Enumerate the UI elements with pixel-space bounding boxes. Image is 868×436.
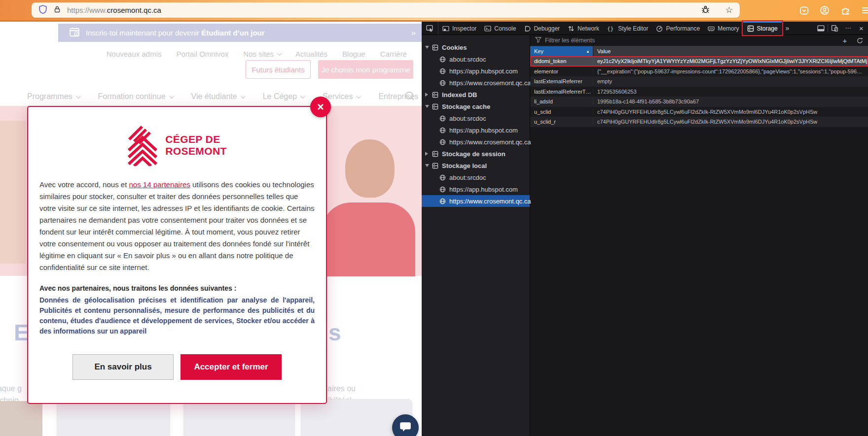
devtools-tab-inspector[interactable]: Inspector bbox=[438, 22, 480, 34]
main-nav: ProgrammesFormation continueVie étudiant… bbox=[27, 90, 422, 103]
storage-origin-about-srcdoc[interactable]: about:srcdoc bbox=[422, 112, 530, 124]
extensions-puzzle-icon[interactable] bbox=[840, 5, 850, 15]
column-header-key[interactable]: Key▲ bbox=[530, 46, 593, 56]
devtools-menu-dots-icon[interactable]: ⋯ bbox=[841, 22, 855, 34]
subnav-item-actualit-s[interactable]: Actualités bbox=[295, 50, 327, 58]
cell-value: eyJ1c2VyX2lkIjoiMTkyYjA1YWYtYzYzMi02MGFj… bbox=[593, 58, 868, 64]
cell-value: c74PiH0gGUYRFEHUdIr8g5LCywl6uFl2dZkIk-Rt… bbox=[593, 109, 868, 115]
nav-item-formation-continue[interactable]: Formation continue bbox=[98, 92, 173, 101]
chat-icon bbox=[399, 420, 412, 435]
banner-next-arrow-icon[interactable]: » bbox=[411, 28, 416, 38]
storage-origin-https-www-crosemont-qc-ca[interactable]: https://www.crosemont.qc.ca bbox=[422, 136, 530, 148]
storage-row-u-sclid[interactable]: u_sclidc74PiH0gGUYRFEHUdIr8g5LCywl6uFl2d… bbox=[530, 107, 868, 117]
lock-icon[interactable] bbox=[53, 5, 61, 15]
devtools-tab-debugger[interactable]: Debugger bbox=[520, 22, 564, 34]
devtools-tab-network[interactable]: Network bbox=[564, 22, 603, 34]
twisty-icon[interactable] bbox=[425, 93, 428, 97]
subnav-item-carri-re[interactable]: Carrière bbox=[380, 50, 407, 58]
add-item-icon[interactable]: + bbox=[839, 36, 851, 45]
storage-row-li-adsId[interactable]: li_adsId1995b18a-c148-4f91-b585-3b8b73c9… bbox=[530, 97, 868, 107]
devtools-tab-storage[interactable]: Storage bbox=[743, 22, 782, 34]
storage-origin-https-app-hubspot-com[interactable]: https://app.hubspot.com bbox=[422, 65, 530, 77]
cell-key: u_sclid bbox=[530, 109, 593, 115]
devtools-tab-performance[interactable]: Performance bbox=[652, 22, 704, 34]
chevron-down-icon bbox=[76, 94, 81, 99]
storage-type-icon bbox=[432, 151, 438, 157]
storage-origin-https-www-crosemont-qc-ca[interactable]: https://www.crosemont.qc.ca bbox=[422, 195, 530, 207]
globe-icon bbox=[439, 115, 446, 122]
url-text[interactable]: https://www.crosemont.qc.ca bbox=[67, 6, 161, 14]
storage-section-stockage-local[interactable]: Stockage local bbox=[422, 160, 530, 171]
devtools-pane: InspectorConsoleDebuggerNetwork{}Style E… bbox=[422, 22, 868, 436]
subnav-item-nos-sites[interactable]: Nos sites bbox=[243, 50, 281, 58]
globe-icon bbox=[439, 80, 446, 86]
storage-origin-https-app-hubspot-com[interactable]: https://app.hubspot.com bbox=[422, 183, 530, 195]
en-savoir-plus-button[interactable]: En savoir plus bbox=[72, 354, 174, 380]
storage-row-didomi-token[interactable]: didomi_tokeneyJ1c2VyX2lkIjoiMTkyYjA1YWYt… bbox=[530, 56, 868, 67]
modal-close-button[interactable]: × bbox=[310, 97, 331, 117]
pick-element-icon[interactable] bbox=[422, 22, 438, 34]
memory-icon bbox=[708, 25, 715, 32]
program-card[interactable] bbox=[183, 399, 295, 436]
storage-type-icon bbox=[432, 103, 438, 110]
search-icon[interactable] bbox=[404, 91, 415, 103]
dock-side-icon[interactable] bbox=[814, 22, 828, 34]
nav-item-programmes[interactable]: Programmes bbox=[27, 92, 79, 101]
storage-origin-https-www-crosemont-qc-ca[interactable]: https://www.crosemont.qc.ca bbox=[422, 77, 530, 89]
cell-value: empty bbox=[593, 78, 868, 84]
devtools-close-icon[interactable]: × bbox=[855, 22, 868, 34]
accepter-et-fermer-button[interactable]: Accepter et fermer bbox=[181, 354, 282, 380]
storage-filter-bar[interactable]: Filtrer les éléments + bbox=[530, 35, 868, 46]
secondary-nav: Nouveaux admisPortail OmnivoxNos sitesAc… bbox=[0, 47, 414, 60]
storage-section-cookies[interactable]: Cookies bbox=[422, 41, 530, 53]
storage-origin-about-srcdoc[interactable]: about:srcdoc bbox=[422, 53, 530, 65]
devtools-tab-memory[interactable]: Memory bbox=[704, 22, 743, 34]
chevron-down-icon bbox=[300, 94, 305, 99]
subnav-item-blogue[interactable]: Blogue bbox=[342, 50, 365, 58]
responsive-mode-icon[interactable] bbox=[828, 22, 841, 34]
pocket-icon[interactable] bbox=[799, 5, 809, 15]
twisty-icon[interactable] bbox=[425, 46, 429, 49]
storage-section-stockage-cache[interactable]: Stockage cache bbox=[422, 101, 530, 112]
column-header-value[interactable]: Value bbox=[593, 46, 868, 56]
bookmark-star-icon[interactable]: ☆ bbox=[725, 6, 733, 14]
account-icon[interactable] bbox=[820, 5, 830, 15]
globe-icon bbox=[439, 139, 446, 145]
partners-link[interactable]: nos 14 partenaires bbox=[129, 180, 190, 189]
network-icon bbox=[568, 25, 575, 32]
cell-value: {"__expiration":{"popup-59637-impression… bbox=[593, 68, 868, 74]
storage-origin-https-app-hubspot-com[interactable]: https://app.hubspot.com bbox=[422, 124, 530, 136]
chevron-down-icon bbox=[241, 94, 246, 99]
storage-section-indexed-db[interactable]: Indexed DB bbox=[422, 89, 530, 101]
storage-section-stockage-de-session[interactable]: Stockage de session bbox=[422, 148, 530, 160]
website-pane: Inscris-toi maintenant pour devenir Étud… bbox=[0, 22, 422, 436]
subnav-item-portail-omnivox[interactable]: Portail Omnivox bbox=[176, 50, 228, 58]
storage-row-lastExternalReferrer[interactable]: lastExternalReferrerempty bbox=[530, 76, 868, 87]
storage-icon bbox=[747, 25, 754, 32]
storage-row-lastExternalReferrerT-[interactable]: lastExternalReferrerT…1729535606253 bbox=[530, 87, 868, 97]
twisty-icon[interactable] bbox=[425, 105, 429, 108]
tab-overflow-icon[interactable]: » bbox=[782, 22, 794, 34]
url-bar[interactable]: https://www.crosemont.qc.ca ☆ bbox=[32, 2, 740, 18]
banner-text: Inscris-toi maintenant pour devenir Étud… bbox=[86, 29, 265, 37]
devtools-tab-console[interactable]: Console bbox=[480, 22, 520, 34]
tracking-shield-icon[interactable] bbox=[38, 5, 47, 16]
devtools-tab-style-editor[interactable]: {}Style Editor bbox=[603, 22, 652, 34]
twisty-icon[interactable] bbox=[425, 152, 428, 156]
choisis-programme-button[interactable]: Je choisis mon programme bbox=[318, 60, 413, 79]
storage-row-elementor[interactable]: elementor{"__expiration":{"popup-59637-i… bbox=[530, 67, 868, 77]
bug-reporter-icon[interactable] bbox=[701, 5, 710, 15]
nav-item-vie-tudiante[interactable]: Vie étudiante bbox=[191, 92, 244, 101]
program-card[interactable] bbox=[57, 399, 170, 436]
futurs-etudiants-button[interactable]: Futurs étudiants bbox=[246, 60, 311, 79]
subnav-item-nouveaux-admis[interactable]: Nouveaux admis bbox=[107, 50, 162, 58]
storage-row-u-sclid-r[interactable]: u_sclid_rc74PiH0gGUYRFEHUdIr8g5LCywl6uFl… bbox=[530, 117, 868, 127]
twisty-icon[interactable] bbox=[425, 164, 429, 167]
storage-table-header: Key▲ Value bbox=[530, 46, 868, 56]
storage-origin-about-srcdoc[interactable]: about:srcdoc bbox=[422, 171, 530, 183]
menu-hamburger-icon[interactable] bbox=[861, 5, 868, 15]
refresh-icon[interactable] bbox=[854, 35, 865, 46]
chat-widget-button[interactable] bbox=[392, 414, 419, 436]
nav-item-le-c-gep[interactable]: Le Cégep bbox=[263, 92, 304, 101]
promo-banner[interactable]: Inscris-toi maintenant pour devenir Étud… bbox=[58, 24, 422, 42]
